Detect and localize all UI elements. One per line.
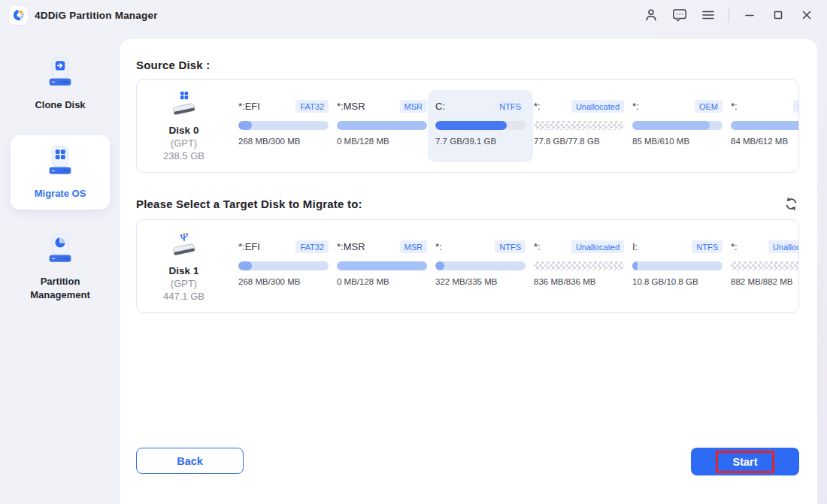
partition-type-badge: Unallocated <box>768 240 798 253</box>
start-button[interactable]: Start <box>691 448 799 475</box>
partition-item[interactable]: *: Unallocated 77.8 GB/77.8 GB <box>526 90 632 162</box>
partition-item[interactable]: *: NTFS 322 MB/335 MB <box>428 231 533 303</box>
main-panel: Source Disk : Disk 0 (GPT) 238.5 GB <box>120 39 817 504</box>
partition-list: *:EFI FAT32 268 MB/300 MB *:MSR MSR 0 MB… <box>231 220 798 312</box>
sidebar-item-migrate-os[interactable]: Migrate OS <box>11 135 110 210</box>
partition-item[interactable]: *:MSR MSR 0 MB/128 MB <box>329 90 435 162</box>
partition-usage: 7.7 GB/39.1 GB <box>435 137 526 146</box>
app-title: 4DDiG Partition Manager <box>35 10 158 21</box>
partition-bar <box>337 261 427 270</box>
close-button[interactable] <box>795 5 818 26</box>
disk-size: 238.5 GB <box>163 150 204 161</box>
partition-item[interactable]: *: OEM 85 MB/610 MB <box>625 90 730 162</box>
partition-usage: 84 MB/612 MB <box>731 137 798 146</box>
button-row: Back Start <box>136 448 799 475</box>
partition-bar-fill <box>337 261 427 270</box>
partition-bar <box>435 121 526 130</box>
sidebar-item-partition-management[interactable]: Partition Management <box>11 223 110 311</box>
partition-item[interactable]: *:EFI FAT32 268 MB/300 MB <box>231 90 336 162</box>
partition-bar-fill <box>238 261 252 270</box>
partition-type-badge: MSR <box>400 100 427 113</box>
partition-bar-fill <box>435 261 444 270</box>
partition-bar-fill <box>435 121 507 130</box>
partition-type-badge: NTFS <box>495 240 526 253</box>
sidebar-item-label: Clone Disk <box>35 98 85 112</box>
partition-usage: 322 MB/335 MB <box>435 277 526 286</box>
clone-disk-icon <box>44 56 77 92</box>
partition-bar <box>731 121 798 130</box>
partition-usage: 85 MB/610 MB <box>632 137 722 146</box>
partition-label: I: <box>632 241 638 252</box>
partition-type-badge: OEM <box>793 100 798 113</box>
account-icon[interactable] <box>640 5 662 26</box>
maximize-button[interactable] <box>767 5 789 26</box>
sidebar-item-label: Partition Management <box>14 275 107 301</box>
partition-label: *:MSR <box>337 241 365 252</box>
partition-bar-fill <box>731 121 798 130</box>
disk-name: Disk 1 <box>169 265 199 276</box>
partition-label: *:MSR <box>337 101 365 112</box>
source-disk-heading: Source Disk : <box>136 59 799 71</box>
disk-info: Disk 0 (GPT) 238.5 GB <box>137 80 231 172</box>
partition-usage: 0 MB/128 MB <box>337 137 427 146</box>
app-logo-icon <box>9 6 28 25</box>
partition-item[interactable]: C: NTFS 7.7 GB/39.1 GB <box>428 90 533 162</box>
sidebar: Clone Disk Migrate OS <box>0 30 120 504</box>
partition-type-badge: Unallocated <box>571 100 624 113</box>
minimize-button[interactable] <box>738 5 761 26</box>
back-button[interactable]: Back <box>136 448 244 474</box>
partition-item[interactable]: *:MSR MSR 0 MB/128 MB <box>329 231 435 303</box>
partition-bar <box>337 121 427 130</box>
target-disk-heading: Please Select a Target Disk to Migrate t… <box>136 198 362 210</box>
partition-label: *:EFI <box>238 241 260 252</box>
partition-label: *:EFI <box>238 101 260 112</box>
partition-label: C: <box>435 101 445 112</box>
partition-usage: 77.8 GB/77.8 GB <box>534 137 624 146</box>
partition-type-badge: FAT32 <box>295 100 329 113</box>
partition-label: *: <box>632 101 639 112</box>
partition-type-badge: Unallocated <box>571 240 624 253</box>
disk-info: Disk 1 (GPT) 447.1 GB <box>137 220 231 312</box>
partition-list: *:EFI FAT32 268 MB/300 MB *:MSR MSR 0 MB… <box>231 80 798 172</box>
partition-bar <box>238 261 329 270</box>
usb-disk-icon <box>168 231 200 263</box>
titlebar: 4DDiG Partition Manager <box>0 0 827 30</box>
start-button-label: Start <box>732 456 757 468</box>
disk-size: 447.1 GB <box>163 291 204 302</box>
partition-bar-fill <box>337 121 427 130</box>
partition-bar <box>238 121 329 130</box>
partition-bar-fill <box>238 121 252 130</box>
menu-icon[interactable] <box>697 5 719 26</box>
partition-bar <box>534 121 624 130</box>
partition-item[interactable]: *: Unallocated 882 MB/882 MB <box>723 231 798 303</box>
partition-bar <box>731 261 798 270</box>
partition-bar-fill <box>632 121 710 130</box>
partition-usage: 836 MB/836 MB <box>534 277 624 286</box>
partition-usage: 268 MB/300 MB <box>238 137 329 146</box>
feedback-icon[interactable] <box>668 5 691 26</box>
partition-item[interactable]: *: OEM 84 MB/612 MB <box>723 90 798 162</box>
partition-type-badge: FAT32 <box>295 240 329 253</box>
sidebar-item-clone-disk[interactable]: Clone Disk <box>11 47 110 122</box>
partition-management-icon <box>44 232 77 268</box>
partition-type-badge: NTFS <box>495 100 526 113</box>
partition-item[interactable]: *:EFI FAT32 268 MB/300 MB <box>231 231 336 303</box>
partition-usage: 0 MB/128 MB <box>337 277 427 286</box>
target-disk-card[interactable]: Disk 1 (GPT) 447.1 GB *:EFI FAT32 268 MB… <box>136 219 799 313</box>
partition-bar <box>632 261 722 270</box>
titlebar-divider <box>729 8 729 22</box>
internal-disk-icon <box>168 91 200 122</box>
partition-label: *: <box>731 101 738 112</box>
partition-bar <box>534 261 624 270</box>
partition-bar-fill <box>632 261 638 270</box>
partition-bar <box>632 121 722 130</box>
partition-label: *: <box>731 241 738 252</box>
partition-item[interactable]: I: NTFS 10.8 GB/10.8 GB <box>625 231 730 303</box>
partition-type-badge: OEM <box>695 100 722 113</box>
source-disk-card[interactable]: Disk 0 (GPT) 238.5 GB *:EFI FAT32 268 MB… <box>136 79 799 173</box>
refresh-icon[interactable] <box>783 195 799 212</box>
migrate-os-icon <box>44 144 77 180</box>
partition-type-badge: NTFS <box>692 240 722 253</box>
partition-usage: 882 MB/882 MB <box>731 277 798 286</box>
partition-item[interactable]: *: Unallocated 836 MB/836 MB <box>526 231 632 303</box>
